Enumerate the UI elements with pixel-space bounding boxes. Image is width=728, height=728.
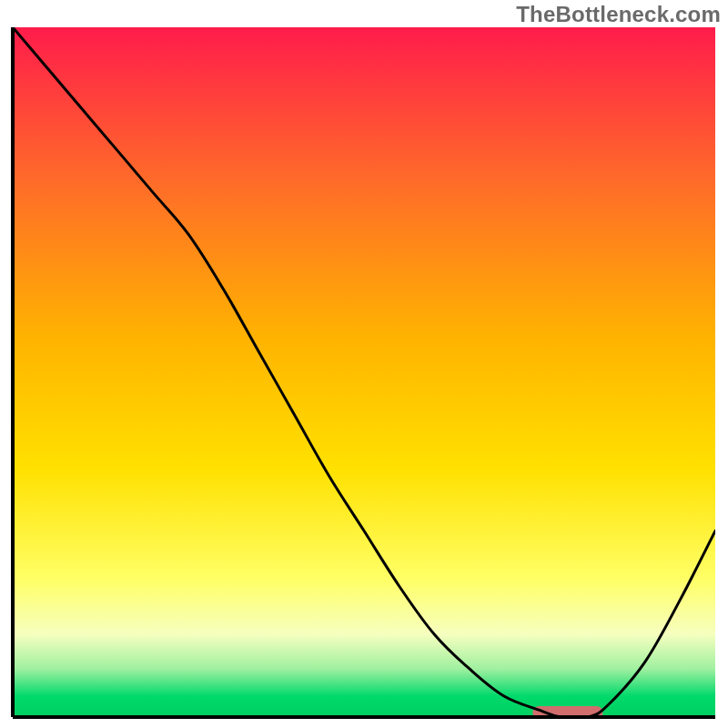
- bottleneck-chart: [0, 0, 728, 728]
- watermark-text: TheBottleneck.com: [516, 2, 721, 27]
- chart-container: TheBottleneck.com: [0, 0, 728, 728]
- gradient-background: [13, 27, 715, 717]
